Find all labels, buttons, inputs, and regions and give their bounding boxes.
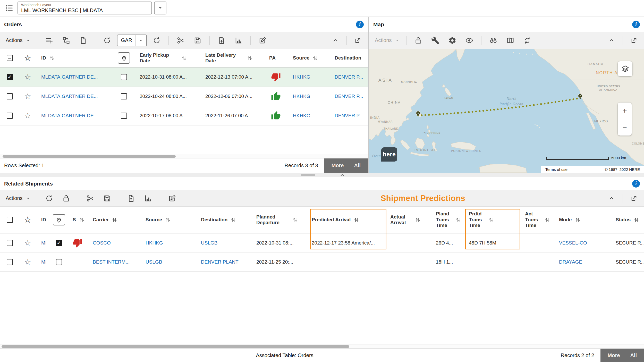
map-display-checkbox[interactable]: [56, 259, 62, 265]
sort-icon[interactable]: [488, 217, 494, 223]
select-all-checkbox[interactable]: [7, 217, 13, 223]
destination-link[interactable]: DENVER P...: [335, 94, 363, 99]
order-id-link[interactable]: MLDATA.GARTNER DE...: [41, 74, 98, 80]
here-logo[interactable]: here: [381, 147, 397, 162]
source-link[interactable]: HKHKG: [146, 240, 163, 246]
favorite-star-icon[interactable]: ☆: [24, 216, 31, 224]
zoom-in-button[interactable]: +: [618, 103, 632, 119]
row-select-checkbox[interactable]: [7, 74, 13, 80]
unassign-button[interactable]: [173, 34, 188, 47]
workbench-list-icon[interactable]: [5, 4, 13, 12]
export-button[interactable]: [124, 192, 138, 205]
shipment-id-link[interactable]: MI: [41, 240, 47, 246]
order-id-link[interactable]: MLDATA.GARTNER DE...: [41, 113, 98, 119]
map-info-icon[interactable]: i: [632, 21, 640, 28]
scrollbar-thumb[interactable]: [2, 345, 349, 348]
map-refresh-button[interactable]: [520, 34, 535, 47]
shipments-actions-button[interactable]: Actions: [4, 192, 32, 205]
chart-view-button[interactable]: [141, 192, 155, 205]
panel-splitter-horizontal[interactable]: [0, 173, 644, 177]
chart-view-button[interactable]: [231, 34, 246, 47]
map-visibility-button[interactable]: [462, 34, 477, 47]
refresh-button[interactable]: [100, 34, 114, 47]
sort-icon[interactable]: [181, 55, 187, 61]
horizontal-scrollbar[interactable]: [0, 154, 368, 158]
sort-icon[interactable]: [312, 55, 318, 61]
terms-of-use-link[interactable]: Terms of use: [545, 167, 567, 172]
mode-link[interactable]: VESSEL-CO: [559, 240, 587, 246]
map-view-button[interactable]: [503, 34, 518, 47]
related-shipments-info-icon[interactable]: i: [632, 180, 640, 188]
source-link[interactable]: HKHKG: [293, 113, 310, 119]
sort-icon[interactable]: [574, 217, 581, 223]
sort-icon[interactable]: [165, 217, 171, 223]
favorite-star-icon[interactable]: ☆: [24, 73, 31, 81]
map-display-checkbox[interactable]: [121, 93, 127, 99]
unassign-button[interactable]: [83, 192, 97, 205]
map-layers-button[interactable]: [618, 61, 632, 76]
collapse-panel-button[interactable]: [606, 34, 617, 47]
unlock-button[interactable]: [411, 34, 426, 47]
add-filter-button[interactable]: [42, 34, 56, 47]
destination-link[interactable]: USLGB: [201, 240, 217, 246]
sort-icon[interactable]: [292, 217, 298, 223]
scrollbar-thumb[interactable]: [3, 155, 176, 158]
sort-icon[interactable]: [544, 217, 550, 223]
destination-link[interactable]: DENVER P...: [335, 113, 363, 119]
map-canvas[interactable]: ASIA MONGOLIA CHINA JAPAN INDIA MYANMAR …: [369, 49, 644, 173]
carrier-link[interactable]: COSCO: [93, 240, 111, 246]
horizontal-scrollbar[interactable]: [0, 344, 644, 348]
more-button[interactable]: More: [332, 163, 344, 169]
map-settings-button[interactable]: [445, 34, 460, 47]
favorite-star-icon[interactable]: ☆: [24, 239, 31, 247]
carrier-link[interactable]: BEST INTERM...: [93, 259, 130, 265]
chevron-up-icon[interactable]: [339, 172, 346, 179]
row-select-checkbox[interactable]: [7, 259, 13, 265]
workbench-layout-combo[interactable]: Workbench Layout LML WORKBENCH ESC | MLD…: [18, 2, 152, 14]
source-link[interactable]: USLGB: [146, 259, 162, 265]
favorite-star-icon[interactable]: ☆: [24, 258, 31, 266]
saved-query-dropdown[interactable]: GAR: [117, 35, 147, 46]
open-in-new-window-button[interactable]: [628, 192, 640, 205]
show-on-map-button[interactable]: [118, 52, 130, 64]
collapse-panel-button[interactable]: [329, 34, 341, 47]
map-tools-button[interactable]: [428, 34, 443, 47]
sort-icon[interactable]: [455, 217, 461, 223]
row-select-checkbox[interactable]: [7, 240, 13, 246]
favorite-star-icon[interactable]: ☆: [24, 92, 31, 100]
select-all-checkbox[interactable]: [7, 55, 13, 61]
sort-icon[interactable]: [111, 217, 118, 223]
sort-icon[interactable]: [247, 55, 253, 61]
sort-icon[interactable]: [633, 217, 640, 223]
source-link[interactable]: HKHKG: [293, 94, 310, 99]
sort-icon[interactable]: [79, 217, 85, 223]
order-id-link[interactable]: MLDATA.GARTNER DE...: [41, 94, 98, 99]
destination-link[interactable]: DENVER P...: [335, 74, 363, 80]
open-in-new-window-button[interactable]: [352, 34, 364, 47]
row-select-checkbox[interactable]: [7, 113, 13, 119]
edit-button[interactable]: [165, 192, 179, 205]
orders-info-icon[interactable]: i: [356, 21, 364, 28]
sort-icon[interactable]: [414, 217, 421, 223]
refresh-button[interactable]: [42, 192, 56, 205]
splitter-handle[interactable]: [301, 174, 315, 176]
destination-link[interactable]: DENVER PLANT: [201, 259, 239, 265]
favorite-star-icon[interactable]: ☆: [24, 112, 31, 120]
zoom-out-button[interactable]: −: [618, 119, 632, 136]
map-display-checkbox[interactable]: [121, 74, 127, 80]
row-select-checkbox[interactable]: [7, 93, 13, 99]
sort-icon[interactable]: [230, 217, 236, 223]
map-search-button[interactable]: [486, 34, 501, 47]
workbench-layout-dropdown-button[interactable]: [154, 2, 166, 14]
new-document-button[interactable]: [76, 34, 90, 47]
all-button[interactable]: All: [630, 352, 637, 358]
all-button[interactable]: All: [354, 163, 361, 169]
sort-icon[interactable]: [353, 217, 360, 223]
save-button[interactable]: [100, 192, 114, 205]
open-in-new-window-button[interactable]: [628, 34, 640, 47]
edit-button[interactable]: [255, 34, 270, 47]
mode-link[interactable]: DRAYAGE: [559, 259, 582, 265]
more-button[interactable]: More: [608, 352, 620, 358]
map-display-checkbox[interactable]: [121, 113, 127, 119]
show-on-map-button[interactable]: [53, 214, 65, 225]
